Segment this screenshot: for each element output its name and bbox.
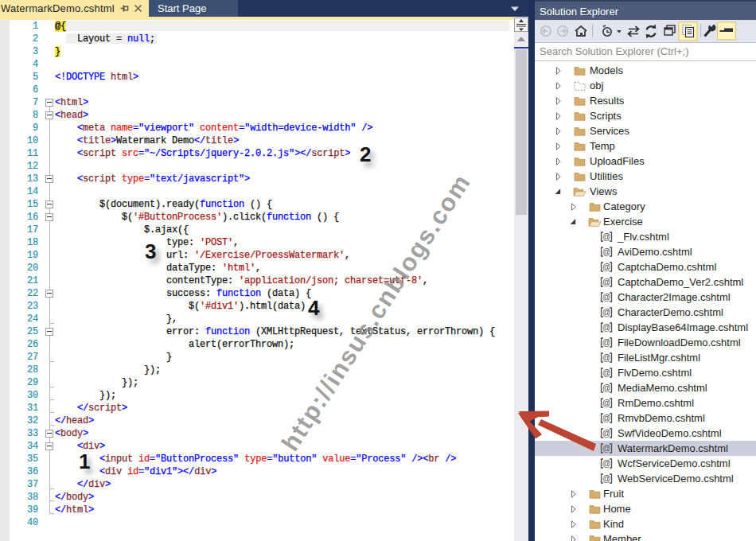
svg-text:@: @ <box>602 368 611 377</box>
svg-text:@: @ <box>602 277 611 286</box>
svg-text:@: @ <box>602 232 611 241</box>
svg-text:@: @ <box>602 247 611 256</box>
svg-text:@: @ <box>602 292 611 302</box>
svg-text:@: @ <box>602 352 611 362</box>
svg-text:@: @ <box>602 383 611 392</box>
svg-text:@: @ <box>602 307 611 317</box>
svg-text:@: @ <box>602 473 611 483</box>
svg-text:@: @ <box>602 262 611 271</box>
svg-text:@: @ <box>602 337 611 347</box>
svg-text:@: @ <box>602 322 611 332</box>
